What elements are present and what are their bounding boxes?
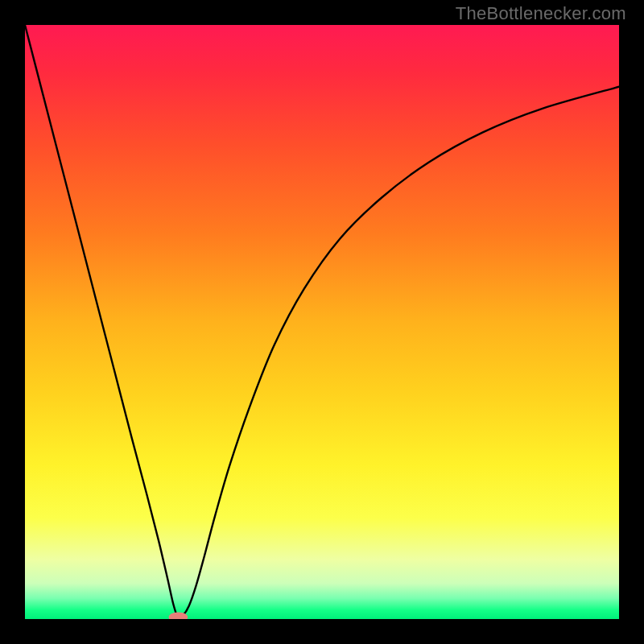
gradient-background xyxy=(25,25,619,619)
plot-area xyxy=(25,25,619,619)
bottleneck-curve-chart xyxy=(25,25,619,619)
chart-frame: TheBottlenecker.com xyxy=(0,0,644,644)
watermark-text: TheBottlenecker.com xyxy=(456,3,626,24)
